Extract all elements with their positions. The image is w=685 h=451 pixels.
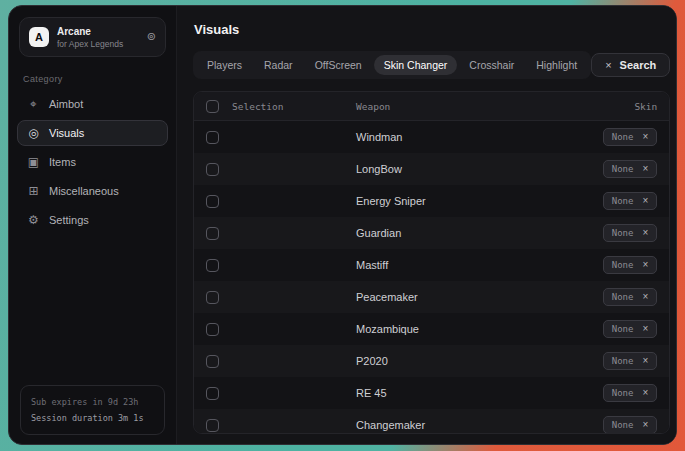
main-panel: Visuals Players Radar OffScreen Skin Cha… — [177, 6, 677, 444]
weapon-name: Peacemaker — [356, 291, 603, 303]
grid-icon: ⊞ — [27, 184, 40, 198]
tab-players[interactable]: Players — [197, 55, 252, 75]
skin-select-badge[interactable]: None × — [603, 288, 658, 306]
tab-radar[interactable]: Radar — [254, 55, 303, 75]
weapon-name: Guardian — [356, 227, 603, 239]
clear-skin-icon[interactable]: × — [642, 324, 648, 334]
table-row: RE 45 None × — [194, 377, 669, 409]
subscription-info: Sub expires in 9d 23h Session duration 3… — [20, 385, 165, 435]
weapon-name: Windman — [356, 131, 603, 143]
target-icon[interactable]: ⊚ — [147, 30, 156, 43]
box-icon: ▣ — [27, 155, 40, 169]
eye-scan-icon: ◎ — [27, 126, 40, 140]
row-checkbox[interactable] — [206, 259, 219, 272]
clear-skin-icon[interactable]: × — [642, 196, 648, 206]
skin-value: None — [612, 196, 634, 206]
skin-value: None — [612, 324, 634, 334]
app-header: A Arcane for Apex Legends ⊚ — [19, 17, 166, 57]
skin-value: None — [612, 132, 634, 142]
clear-skin-icon[interactable]: × — [642, 356, 648, 366]
clear-skin-icon[interactable]: × — [642, 388, 648, 398]
sidebar-item-visuals[interactable]: ◎ Visuals — [17, 120, 168, 146]
page-title: Visuals — [194, 22, 670, 37]
clear-skin-icon[interactable]: × — [642, 164, 648, 174]
weapon-name: P2020 — [356, 355, 603, 367]
row-checkbox[interactable] — [206, 323, 219, 336]
session-duration-text: Session duration 3m 1s — [31, 410, 154, 426]
clear-skin-icon[interactable]: × — [642, 132, 648, 142]
skin-select-badge[interactable]: None × — [603, 128, 658, 146]
search-button-label: Search — [620, 59, 657, 71]
sidebar-item-aimbot[interactable]: ⌖ Aimbot — [17, 91, 168, 117]
skin-select-badge[interactable]: None × — [603, 352, 658, 370]
clear-skin-icon[interactable]: × — [642, 260, 648, 270]
table-row: Peacemaker None × — [194, 281, 669, 313]
select-all-checkbox[interactable] — [206, 100, 219, 113]
tab-bar: Players Radar OffScreen Skin Changer Cro… — [193, 51, 591, 79]
crosshair-icon: ⌖ — [27, 97, 40, 111]
row-checkbox[interactable] — [206, 163, 219, 176]
tab-skin-changer[interactable]: Skin Changer — [374, 55, 458, 75]
table-row: Energy Sniper None × — [194, 185, 669, 217]
skin-value: None — [612, 356, 634, 366]
skin-select-badge[interactable]: None × — [603, 320, 658, 338]
weapon-name: Energy Sniper — [356, 195, 603, 207]
row-checkbox[interactable] — [206, 387, 219, 400]
tab-highlight[interactable]: Highlight — [526, 55, 587, 75]
sidebar-item-miscellaneous[interactable]: ⊞ Miscellaneous — [17, 178, 168, 204]
category-label: Category — [23, 74, 162, 84]
search-button[interactable]: × Search — [591, 53, 670, 77]
skin-value: None — [612, 292, 634, 302]
table-row: Mastiff None × — [194, 249, 669, 281]
column-header-weapon: Weapon — [356, 101, 634, 112]
skin-table: Selection Weapon Skin Windman None × — [193, 91, 670, 434]
sidebar-item-items[interactable]: ▣ Items — [17, 149, 168, 175]
row-checkbox[interactable] — [206, 419, 219, 432]
app-subtitle: for Apex Legends — [57, 39, 123, 49]
app-titles: Arcane for Apex Legends — [57, 25, 123, 49]
skin-select-badge[interactable]: None × — [603, 384, 658, 402]
weapon-name: RE 45 — [356, 387, 603, 399]
clear-skin-icon[interactable]: × — [642, 420, 648, 430]
search-icon: × — [605, 59, 611, 71]
sub-expiry-text: Sub expires in 9d 23h — [31, 394, 154, 410]
table-row: P2020 None × — [194, 345, 669, 377]
row-checkbox[interactable] — [206, 291, 219, 304]
row-checkbox[interactable] — [206, 195, 219, 208]
weapon-name: LongBow — [356, 163, 603, 175]
table-row: Windman None × — [194, 121, 669, 153]
skin-select-badge[interactable]: None × — [603, 224, 658, 242]
sidebar: A Arcane for Apex Legends ⊚ Category ⌖ A… — [9, 6, 177, 444]
tab-crosshair[interactable]: Crosshair — [459, 55, 524, 75]
row-checkbox[interactable] — [206, 227, 219, 240]
row-checkbox[interactable] — [206, 131, 219, 144]
tab-offscreen[interactable]: OffScreen — [305, 55, 372, 75]
row-checkbox[interactable] — [206, 355, 219, 368]
sidebar-item-label: Aimbot — [49, 98, 83, 110]
app-name: Arcane — [57, 25, 123, 39]
app-window: A Arcane for Apex Legends ⊚ Category ⌖ A… — [8, 5, 677, 445]
clear-skin-icon[interactable]: × — [642, 228, 648, 238]
skin-select-badge[interactable]: None × — [603, 160, 658, 178]
clear-skin-icon[interactable]: × — [642, 292, 648, 302]
column-header-selection: Selection — [232, 101, 356, 112]
sidebar-item-label: Items — [49, 156, 76, 168]
table-row: Guardian None × — [194, 217, 669, 249]
table-body: Windman None × LongBow None × — [194, 121, 669, 434]
weapon-name: Changemaker — [356, 419, 603, 431]
sidebar-item-label: Settings — [49, 214, 89, 226]
sidebar-item-settings[interactable]: ⚙ Settings — [17, 207, 168, 233]
skin-value: None — [612, 388, 634, 398]
skin-select-badge[interactable]: None × — [603, 416, 658, 434]
skin-value: None — [612, 228, 634, 238]
table-row: Mozambique None × — [194, 313, 669, 345]
skin-value: None — [612, 164, 634, 174]
sidebar-item-label: Visuals — [49, 127, 84, 139]
skin-value: None — [612, 260, 634, 270]
toolbar: Players Radar OffScreen Skin Changer Cro… — [193, 51, 670, 79]
skin-select-badge[interactable]: None × — [603, 256, 658, 274]
skin-select-badge[interactable]: None × — [603, 192, 658, 210]
weapon-name: Mozambique — [356, 323, 603, 335]
table-row: Changemaker None × — [194, 409, 669, 434]
sidebar-item-label: Miscellaneous — [49, 185, 119, 197]
